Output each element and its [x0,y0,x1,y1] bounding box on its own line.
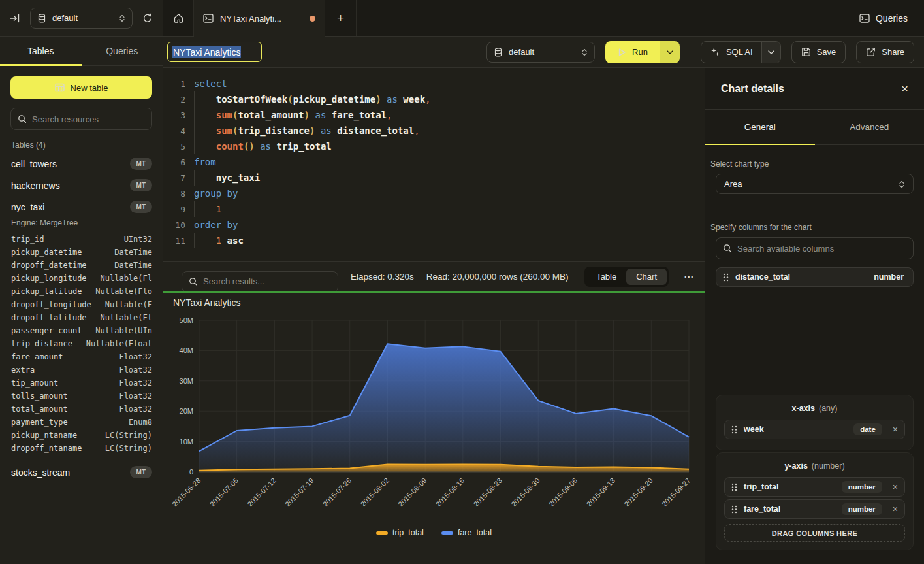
collapse-sidebar-icon[interactable] [10,14,20,23]
code-line[interactable]: 2 toStartOfWeek(pickup_datetime) as week… [163,91,705,107]
column-row[interactable]: pickup_latitudeNullable(Flo [11,285,152,298]
column-row[interactable]: trip_distanceNullable(Float [11,337,152,350]
svg-text:2015-09-13: 2015-09-13 [585,476,616,508]
code-line[interactable]: 6from [163,154,705,170]
legend-item[interactable]: trip_total [376,528,424,537]
code-line[interactable]: 3 sum(total_amount) as fare_total, [163,107,705,123]
queries-label: Queries [876,13,908,24]
column-name: dropoff_ntaname [11,444,82,453]
column-row[interactable]: dropoff_datetimeDateTime [11,259,152,272]
columns-search[interactable] [716,237,914,259]
svg-text:2015-07-19: 2015-07-19 [283,476,315,508]
remove-column-icon[interactable]: × [893,482,898,491]
column-row[interactable]: payment_typeEnum8 [11,416,152,429]
column-chip[interactable]: distance_totalnumber [716,267,914,287]
column-type-badge: number [874,273,906,282]
queries-button[interactable]: Queries [843,0,924,36]
chart-type-select[interactable]: Area [716,174,914,194]
refresh-icon[interactable] [142,13,153,24]
code-line[interactable]: 5 count() as trip_total [163,139,705,154]
resources-search-input[interactable] [32,114,147,124]
tab-advanced[interactable]: Advanced [815,110,924,144]
column-row[interactable]: pickup_ntanameLC(String) [11,429,152,442]
run-button[interactable]: Run [605,41,660,63]
column-chip[interactable]: weekdate× [724,420,905,439]
code-line[interactable]: 10order by [163,217,705,233]
sidebar-tab-queries[interactable]: Queries [82,37,163,65]
engine-badge: MT [130,201,152,213]
svg-text:2015-07-05: 2015-07-05 [208,476,240,508]
column-row[interactable]: trip_idUInt32 [11,233,152,246]
code-text: count() as trip_total [194,141,332,152]
sidebar-tab-tables[interactable]: Tables [0,37,82,65]
code-line[interactable]: 7 nyc_taxi [163,170,705,186]
view-chart-segment[interactable]: Chart [626,269,667,285]
svg-text:2015-09-27: 2015-09-27 [660,476,692,508]
table-row[interactable]: stocks_streamMT [11,461,152,483]
code-line[interactable]: 11 1 asc [163,233,705,248]
column-type-badge: number [842,481,882,493]
drag-columns-dropzone[interactable]: DRAG COLUMNS HERE [724,524,905,542]
column-row[interactable]: total_amountFloat32 [11,403,152,416]
share-button[interactable]: Share [856,41,914,63]
column-row[interactable]: extraFloat32 [11,363,152,376]
database-icon [37,14,46,23]
column-type: Nullable(Flo [95,287,152,296]
code-line[interactable]: 4 sum(trip_distance) as distance_total, [163,123,705,139]
query-title-input[interactable]: NYTaxi Analytics [167,42,262,62]
tab-query-nytaxi[interactable]: NYTaxi Analyti... [194,0,325,37]
code-line[interactable]: 1select [163,76,705,91]
y-axis-dropzone: y-axis (number) trip_totalnumber×fare_to… [716,452,914,550]
column-row[interactable]: passenger_countNullable(UIn [11,324,152,337]
database-selector-value: default [52,13,78,23]
new-table-button[interactable]: New table [10,76,152,99]
column-type-badge: number [842,503,882,515]
sql-ai-options-button[interactable] [761,42,780,63]
tab-general[interactable]: General [705,110,815,144]
save-button[interactable]: Save [791,41,846,63]
code-line[interactable]: 8group by [163,186,705,201]
sidebar-tabs: Tables Queries [0,37,163,66]
columns-search-input[interactable] [737,244,906,254]
column-row[interactable]: pickup_datetimeDateTime [11,246,152,259]
view-table-segment[interactable]: Table [586,269,626,285]
toolbar-database-selector[interactable]: default [486,42,595,63]
remove-column-icon[interactable]: × [893,505,898,514]
more-options-icon[interactable]: ⋯ [681,271,697,283]
column-row[interactable]: dropoff_longitudeNullable(F [11,298,152,311]
line-number: 1 [163,79,185,89]
close-icon[interactable]: × [901,82,908,95]
chart-details-tabs: General Advanced [705,110,924,145]
column-row[interactable]: pickup_longitudeNullable(Fl [11,272,152,285]
column-row[interactable]: dropoff_latitudeNullable(Fl [11,311,152,324]
resources-search[interactable] [10,108,152,130]
column-chip[interactable]: trip_totalnumber× [724,477,905,497]
results-search-input[interactable] [203,276,331,286]
new-tab-button[interactable]: + [325,0,357,36]
area-chart[interactable]: 010M20M30M40M50M2015-06-282015-07-052015… [163,311,705,528]
table-row[interactable]: hackernewsMT [11,174,152,196]
chart-panel: NYTaxi Analytics 010M20M30M40M50M2015-06… [163,293,705,564]
tab-home[interactable] [163,0,194,36]
sql-ai-button[interactable]: SQL AI [701,41,781,63]
run-options-button[interactable] [660,41,680,63]
remove-column-icon[interactable]: × [893,425,898,434]
table-row[interactable]: nyc_taxiMT [11,196,152,218]
column-row[interactable]: dropoff_ntanameLC(String) [11,442,152,455]
results-search[interactable] [182,271,338,292]
code-line[interactable]: 9 1 [163,201,705,217]
play-icon [618,48,626,57]
column-chip[interactable]: fare_totalnumber× [724,499,905,519]
database-selector[interactable]: default [30,8,133,29]
save-icon [801,47,811,57]
column-row[interactable]: tolls_amountFloat32 [11,390,152,403]
column-row[interactable]: fare_amountFloat32 [11,350,152,363]
line-number: 6 [163,158,185,167]
line-number: 8 [163,189,185,199]
table-row[interactable]: cell_towersMT [11,153,152,174]
legend-item[interactable]: fare_total [441,528,492,537]
table-name: stocks_stream [11,467,70,478]
sql-editor[interactable]: 1select2 toStartOfWeek(pickup_datetime) … [163,68,705,261]
results-bar: Elapsed: 0.320s Read: 20,000,000 rows (2… [163,261,705,291]
column-row[interactable]: tip_amountFloat32 [11,376,152,390]
